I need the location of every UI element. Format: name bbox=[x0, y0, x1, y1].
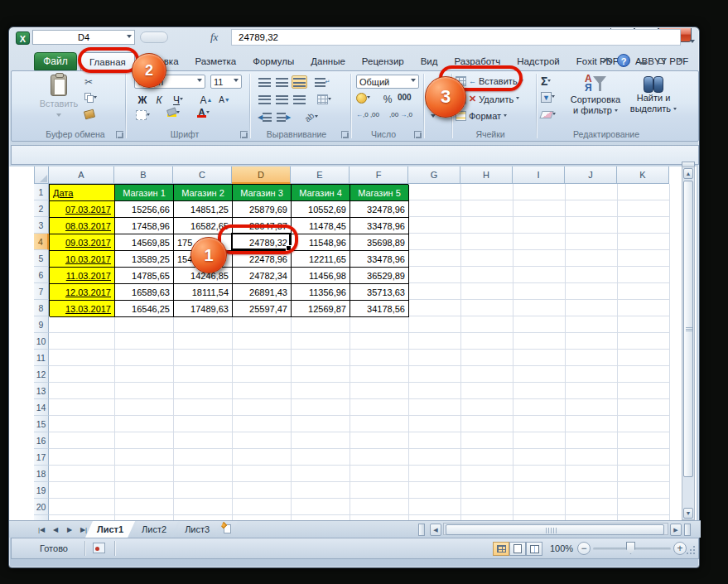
row-header-16[interactable]: 16 bbox=[34, 432, 49, 449]
align-right-button[interactable] bbox=[292, 93, 307, 106]
row-header-9[interactable]: 9 bbox=[34, 316, 49, 333]
row-header-10[interactable]: 10 bbox=[34, 333, 49, 350]
fill-button[interactable]: ▼ bbox=[541, 92, 555, 103]
cell[interactable]: 18111,54 bbox=[174, 284, 233, 301]
align-left-button[interactable] bbox=[257, 93, 272, 106]
scroll-right-button[interactable]: ▶ bbox=[670, 524, 682, 536]
column-header-G[interactable]: G bbox=[408, 167, 460, 184]
cell[interactable]: 36529,89 bbox=[350, 268, 409, 284]
cell[interactable]: 13.03.2017 bbox=[50, 301, 115, 317]
column-header-I[interactable]: I bbox=[513, 167, 565, 184]
cell[interactable]: 15256,66 bbox=[115, 201, 174, 218]
horizontal-scrollbar[interactable] bbox=[443, 523, 668, 535]
prev-sheet-button[interactable]: ◀ bbox=[50, 524, 61, 535]
copy-button[interactable] bbox=[84, 93, 97, 103]
scroll-down-button[interactable]: ▼ bbox=[683, 508, 693, 519]
tab-формулы[interactable]: Формулы bbox=[244, 52, 302, 70]
header-cell-Магазин 2[interactable]: Магазин 2 bbox=[174, 185, 233, 201]
row-header-15[interactable]: 15 bbox=[34, 416, 49, 432]
decrease-decimal-button[interactable]: ,00 →,0 bbox=[389, 111, 412, 118]
cell[interactable]: 11478,45 bbox=[292, 218, 350, 234]
cell[interactable]: 10552,69 bbox=[292, 201, 350, 218]
cell[interactable]: 14569,85 bbox=[115, 234, 174, 251]
cell[interactable]: 12569,87 bbox=[292, 301, 350, 317]
number-dialog-launcher[interactable] bbox=[414, 131, 422, 138]
row-header-8[interactable]: 8 bbox=[34, 300, 49, 316]
tab-file[interactable]: Файл bbox=[34, 52, 77, 70]
grow-font-button[interactable]: А▲ bbox=[199, 93, 214, 107]
sheet-tab-Лист3[interactable]: Лист3 bbox=[173, 521, 221, 538]
cell[interactable]: 33478,96 bbox=[350, 251, 409, 268]
select-all-corner[interactable] bbox=[34, 167, 49, 184]
shrink-font-button[interactable]: А▼ bbox=[217, 93, 232, 107]
row-header-4[interactable]: 4 bbox=[34, 234, 49, 250]
font-size-combobox[interactable]: 11 bbox=[210, 75, 242, 89]
format-cells-button[interactable]: Формат bbox=[456, 111, 507, 121]
tab-рецензир[interactable]: Рецензир bbox=[354, 52, 412, 70]
column-header-H[interactable]: H bbox=[460, 167, 513, 184]
sheet-tab-Лист2[interactable]: Лист2 bbox=[130, 521, 178, 538]
cell[interactable]: 32478,96 bbox=[350, 201, 409, 218]
row-header-1[interactable]: 1 bbox=[34, 184, 49, 200]
header-cell-Дата[interactable]: Дата bbox=[50, 185, 115, 201]
cell[interactable]: 11356,96 bbox=[292, 284, 350, 301]
cell[interactable]: 11456,98 bbox=[292, 268, 350, 284]
column-header-K[interactable]: K bbox=[617, 167, 669, 184]
italic-button[interactable]: К bbox=[152, 93, 166, 107]
cell[interactable]: 26891,43 bbox=[233, 284, 292, 301]
wrap-text-button[interactable]: ↵ bbox=[313, 75, 331, 89]
fill-color-button[interactable] bbox=[167, 109, 180, 117]
vertical-scrollbar[interactable]: ▲ ▼ bbox=[682, 167, 695, 520]
cell[interactable]: 11548,96 bbox=[292, 234, 350, 251]
cell[interactable]: 34178,56 bbox=[350, 301, 409, 317]
increase-indent-button[interactable]: ▶ bbox=[276, 110, 292, 123]
tab-данные[interactable]: Данные bbox=[302, 52, 354, 70]
cell[interactable]: 35713,63 bbox=[350, 284, 409, 301]
row-header-11[interactable]: 11 bbox=[34, 350, 49, 366]
cell[interactable]: 11.03.2017 bbox=[50, 268, 115, 284]
cut-button[interactable]: ✂ bbox=[84, 76, 93, 88]
row-header-19[interactable]: 19 bbox=[34, 482, 49, 499]
help-button[interactable]: ? bbox=[617, 54, 630, 67]
clear-button[interactable] bbox=[541, 111, 556, 118]
view-page-layout-button[interactable] bbox=[509, 542, 526, 556]
zoom-in-button[interactable]: + bbox=[673, 542, 687, 555]
name-box[interactable]: D4 bbox=[32, 30, 135, 45]
cell[interactable]: 33478,96 bbox=[350, 218, 409, 234]
decrease-indent-button[interactable]: ◀ bbox=[257, 110, 272, 123]
tab-разметка[interactable]: Разметка bbox=[187, 52, 245, 70]
accounting-format-button[interactable] bbox=[356, 93, 370, 104]
workbook-close-button[interactable]: ✕ bbox=[673, 55, 687, 66]
next-sheet-button[interactable]: ▶ bbox=[64, 524, 75, 535]
percent-style-button[interactable]: % bbox=[381, 93, 394, 106]
cell[interactable]: 07.03.2017 bbox=[50, 201, 115, 218]
alignment-dialog-launcher[interactable] bbox=[341, 131, 349, 138]
clipboard-dialog-launcher[interactable] bbox=[116, 131, 123, 138]
formula-input[interactable]: 24789,32 bbox=[231, 29, 681, 46]
merge-center-button[interactable] bbox=[313, 93, 335, 106]
vertical-scroll-thumb[interactable] bbox=[683, 181, 693, 477]
cell[interactable]: 08.03.2017 bbox=[50, 218, 115, 234]
view-page-break-button[interactable] bbox=[526, 542, 542, 556]
align-middle-button[interactable] bbox=[274, 75, 290, 89]
align-bottom-button[interactable] bbox=[292, 75, 307, 89]
increase-decimal-button[interactable]: ←,0 ,00 bbox=[356, 111, 379, 118]
row-header-7[interactable]: 7 bbox=[34, 283, 49, 300]
align-center-button[interactable] bbox=[274, 93, 290, 106]
column-header-J[interactable]: J bbox=[565, 167, 617, 184]
format-painter-button[interactable] bbox=[84, 110, 94, 118]
orientation-button[interactable]: ab bbox=[301, 110, 321, 123]
insert-function-button[interactable]: fx bbox=[210, 31, 218, 44]
zoom-slider-thumb[interactable] bbox=[626, 542, 635, 554]
cell[interactable]: 17458,96 bbox=[115, 218, 174, 234]
row-header-3[interactable]: 3 bbox=[34, 217, 49, 234]
header-cell-Магазин 5[interactable]: Магазин 5 bbox=[350, 185, 409, 201]
tab-split-handle[interactable] bbox=[418, 524, 425, 536]
horizontal-split-handle[interactable] bbox=[684, 524, 691, 536]
row-header-6[interactable]: 6 bbox=[34, 267, 49, 283]
row-header-2[interactable]: 2 bbox=[34, 200, 49, 217]
cell[interactable]: 13589,25 bbox=[115, 251, 174, 268]
zoom-out-button[interactable]: − bbox=[577, 542, 591, 555]
comma-style-button[interactable]: 000 bbox=[398, 93, 412, 102]
cell[interactable]: 25597,47 bbox=[233, 301, 292, 317]
